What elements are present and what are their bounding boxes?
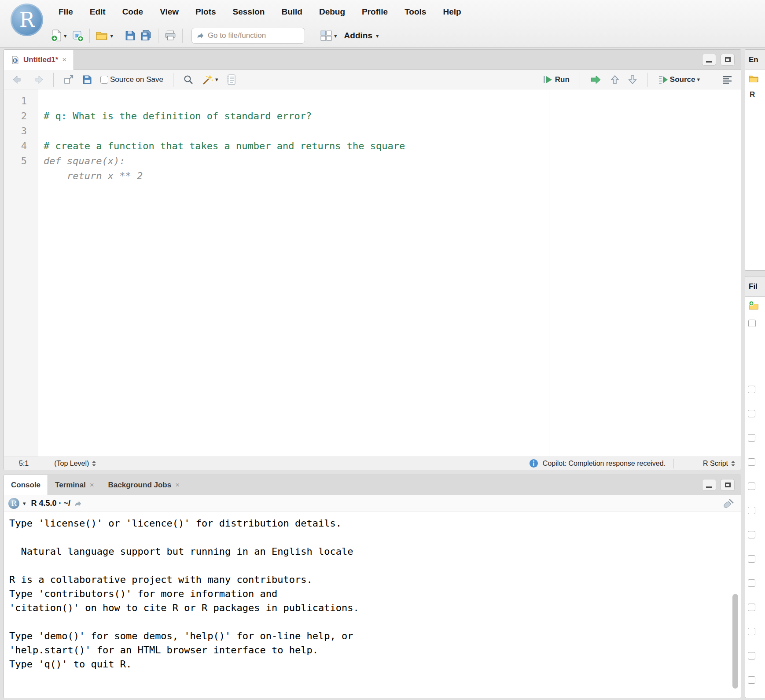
toolbar-divider (158, 29, 158, 43)
toolbar-divider (53, 73, 54, 87)
minimize-icon (706, 486, 712, 488)
pane-layout-button[interactable]: ▾ (318, 29, 339, 43)
print-button[interactable] (162, 29, 179, 43)
code-text (27, 94, 44, 109)
new-project-button[interactable]: R (69, 28, 86, 43)
tab-terminal[interactable]: Terminal × (48, 475, 101, 495)
console-line: Type 'demo()' for some demos, 'help()' f… (9, 629, 741, 643)
save-button[interactable] (123, 29, 138, 42)
r-logo-letter: R (19, 8, 35, 32)
goto-arrow-icon (196, 31, 204, 40)
tab-background-jobs[interactable]: Background Jobs × (101, 475, 187, 495)
environment-language[interactable]: R (745, 90, 765, 99)
maximize-button[interactable] (721, 479, 735, 491)
file-checkbox[interactable] (748, 555, 755, 563)
forward-button[interactable] (30, 74, 46, 86)
files-list (745, 332, 765, 684)
back-button[interactable] (10, 74, 26, 86)
tab-console[interactable]: Console (4, 475, 48, 495)
chevron-down-icon[interactable]: ▾ (23, 501, 26, 506)
goto-file-search[interactable] (191, 28, 305, 44)
file-checkbox[interactable] (748, 604, 755, 611)
go-previous-section-button[interactable] (608, 74, 622, 86)
main-toolbar: ▾ R ▾ ▾ Addins ▾ (48, 25, 381, 47)
open-in-new-window-button[interactable] (61, 73, 76, 86)
notebook-icon (227, 74, 236, 85)
console-working-dir: R 4.5.0 · ~/ (31, 499, 71, 508)
chevron-down-icon: ▾ (376, 33, 379, 39)
menu-code[interactable]: Code (114, 7, 152, 17)
source-on-save-toggle[interactable]: Source on Save (98, 74, 166, 85)
file-checkbox[interactable] (748, 628, 755, 635)
menu-edit[interactable]: Edit (81, 7, 114, 17)
source-button[interactable]: Source ▾ (655, 74, 702, 86)
select-all-checkbox[interactable] (748, 320, 756, 327)
file-checkbox[interactable] (748, 507, 755, 514)
menu-view[interactable]: View (151, 7, 187, 17)
run-button[interactable]: Run (541, 74, 572, 86)
document-outline-button[interactable] (720, 74, 735, 85)
addins-button[interactable]: Addins ▾ (339, 29, 381, 42)
popout-icon (63, 74, 74, 85)
menu-help[interactable]: Help (434, 7, 469, 17)
find-replace-button[interactable] (181, 73, 196, 86)
console-line: 'citation()' on how to cite R or R packa… (9, 601, 741, 615)
new-file-button[interactable]: ▾ (48, 28, 69, 43)
code-editor[interactable]: 1 2 # q: What is the definition of stand… (4, 89, 741, 457)
magic-wand-icon (202, 74, 213, 85)
minimize-button[interactable] (702, 479, 716, 491)
chevron-down-icon: ▾ (215, 77, 218, 82)
right-panel-strip: En R Fil (745, 49, 765, 698)
goto-file-input[interactable] (208, 31, 300, 40)
close-icon[interactable]: × (90, 481, 94, 490)
load-workspace-icon[interactable] (748, 74, 760, 83)
file-checkbox[interactable] (748, 483, 755, 490)
source-tab-untitled1[interactable]: R Untitled1* × (4, 50, 74, 70)
source-on-save-checkbox[interactable] (100, 76, 108, 84)
file-checkbox[interactable] (748, 531, 755, 538)
menu-tools[interactable]: Tools (396, 7, 434, 17)
rerun-button[interactable] (588, 74, 604, 86)
menu-session[interactable]: Session (224, 7, 273, 17)
file-checkbox[interactable] (748, 652, 755, 659)
open-file-button[interactable]: ▾ (93, 29, 116, 42)
file-checkbox[interactable] (748, 410, 755, 417)
new-project-icon: R (71, 29, 84, 42)
menu-file[interactable]: File (50, 7, 81, 17)
go-next-section-button[interactable] (626, 74, 639, 86)
menu-build[interactable]: Build (273, 7, 311, 17)
new-folder-icon[interactable] (748, 301, 760, 310)
compile-report-button[interactable] (224, 73, 239, 87)
clear-console-button[interactable] (721, 497, 736, 510)
scope-label: (Top Level) (54, 460, 89, 468)
toolbar-divider (580, 73, 580, 87)
open-in-files-icon[interactable] (74, 500, 82, 508)
doc-type-selector[interactable]: R Script (703, 460, 736, 468)
menu-plots[interactable]: Plots (187, 7, 224, 17)
r-logo: R (11, 4, 43, 36)
console-line: Type 'q()' to quit R. (9, 657, 741, 671)
file-checkbox[interactable] (748, 676, 755, 684)
code-line: 3 (4, 124, 741, 139)
svg-text:R: R (14, 59, 17, 63)
code-tools-button[interactable]: ▾ (200, 73, 221, 87)
scope-selector[interactable]: (Top Level) (54, 460, 96, 468)
toolbar-divider (173, 73, 173, 87)
close-icon[interactable]: × (175, 481, 180, 490)
save-document-button[interactable] (80, 74, 94, 86)
tab-background-jobs-label: Background Jobs (108, 481, 172, 490)
file-checkbox[interactable] (748, 579, 755, 587)
console-line: R is a collaborative project with many c… (9, 573, 741, 587)
menu-profile[interactable]: Profile (353, 7, 396, 17)
file-checkbox[interactable] (748, 386, 755, 393)
save-all-button[interactable] (138, 29, 154, 43)
console-scrollbar[interactable] (732, 594, 738, 689)
console-output[interactable]: Type 'license()' or 'licence()' for dist… (4, 512, 741, 698)
file-checkbox[interactable] (748, 458, 755, 466)
menu-debug[interactable]: Debug (311, 7, 353, 17)
minimize-button[interactable] (702, 54, 716, 66)
line-number: 1 (4, 94, 27, 109)
file-checkbox[interactable] (748, 434, 755, 442)
maximize-button[interactable] (721, 54, 735, 66)
close-icon[interactable]: × (62, 55, 66, 64)
